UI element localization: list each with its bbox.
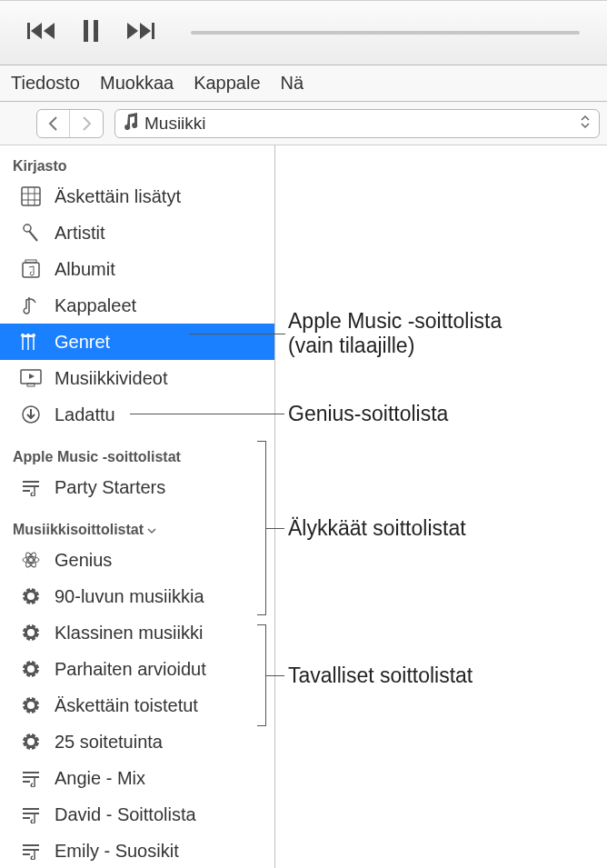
sidebar: Kirjasto Äskettäin lisätyt Artistit Albu… xyxy=(0,145,275,868)
svg-line-50 xyxy=(24,637,26,640)
svg-point-18 xyxy=(27,334,30,337)
sidebar-item-playlist-david[interactable]: David - Soittolista xyxy=(0,796,274,833)
menu-edit[interactable]: Muokkaa xyxy=(96,69,177,97)
svg-line-68 xyxy=(24,698,26,701)
svg-rect-0 xyxy=(27,23,30,39)
sidebar-item-label: 25 soitetuinta xyxy=(55,732,163,753)
svg-line-38 xyxy=(24,589,26,592)
nav-back-button[interactable] xyxy=(37,110,70,137)
next-track-button[interactable] xyxy=(127,21,154,45)
playlist-icon xyxy=(18,842,44,860)
svg-rect-7 xyxy=(152,23,154,39)
svg-line-48 xyxy=(24,625,26,628)
playlist-icon xyxy=(18,769,44,787)
playlist-icon xyxy=(18,805,44,823)
svg-rect-8 xyxy=(22,187,40,205)
nav-back-forward xyxy=(36,109,104,138)
sidebar-item-label: 90-luvun musiikkia xyxy=(55,586,204,607)
library-selector-label: Musiikki xyxy=(144,114,206,134)
bracket xyxy=(257,624,266,726)
note-icon xyxy=(123,112,139,135)
svg-line-39 xyxy=(35,601,38,604)
guitar-icon xyxy=(18,332,44,352)
sidebar-item-playlist-emily[interactable]: Emily - Suosikit xyxy=(0,833,274,868)
note-icon xyxy=(18,295,44,315)
sidebar-item-label: Party Starters xyxy=(55,477,165,498)
sidebar-item-label: Emily - Suosikit xyxy=(55,841,179,862)
svg-marker-2 xyxy=(44,23,55,39)
svg-marker-5 xyxy=(127,23,138,39)
callout-smart: Älykkäät soittolistat xyxy=(288,516,466,541)
svg-rect-4 xyxy=(94,20,98,42)
svg-line-71 xyxy=(35,698,38,701)
smart-icon xyxy=(18,659,44,679)
microphone-icon xyxy=(18,223,44,243)
sidebar-item-genius[interactable]: Genius xyxy=(0,542,274,578)
sidebar-item-label: Albumit xyxy=(55,259,115,280)
svg-line-70 xyxy=(24,710,26,713)
menu-song[interactable]: Kappale xyxy=(190,69,264,97)
section-library-title: Kirjasto xyxy=(0,151,274,178)
svg-line-40 xyxy=(24,601,26,604)
sidebar-item-smart-top25[interactable]: 25 soitetuinta xyxy=(0,723,274,760)
callout-genius: Genius-soittolista xyxy=(288,402,448,426)
smart-icon xyxy=(18,586,44,606)
smart-icon xyxy=(18,623,44,643)
callouts: Apple Music -soittolista (vain tilaajill… xyxy=(275,0,607,868)
svg-line-51 xyxy=(35,625,38,628)
sidebar-item-label: Ladattu xyxy=(55,404,115,425)
svg-point-73 xyxy=(27,738,35,745)
svg-line-79 xyxy=(35,746,38,749)
leader-line xyxy=(130,414,284,414)
svg-line-49 xyxy=(35,637,38,640)
sidebar-item-label: David - Soittolista xyxy=(55,804,196,825)
sidebar-item-albums[interactable]: Albumit xyxy=(0,251,274,287)
sidebar-item-smart-90s[interactable]: 90-luvun musiikkia xyxy=(0,578,274,614)
sidebar-item-label: Parhaiten arvioidut xyxy=(55,659,206,680)
sidebar-item-label: Genius xyxy=(55,550,112,571)
nav-forward-button[interactable] xyxy=(70,110,103,137)
sidebar-item-genres[interactable]: Genret xyxy=(0,324,274,360)
svg-point-33 xyxy=(27,593,35,600)
smart-icon xyxy=(18,695,44,715)
svg-point-53 xyxy=(27,665,35,673)
sidebar-item-playlist-angie[interactable]: Angie - Mix xyxy=(0,760,274,796)
svg-line-78 xyxy=(24,734,26,737)
section-apple-music-title: Apple Music -soittolistat xyxy=(0,442,274,469)
grid-icon xyxy=(18,186,44,206)
svg-point-43 xyxy=(27,629,35,636)
play-controls xyxy=(27,18,154,47)
svg-marker-6 xyxy=(140,23,151,39)
menu-file[interactable]: Tiedosto xyxy=(7,69,84,97)
svg-marker-1 xyxy=(31,23,42,39)
sidebar-item-artists[interactable]: Artistit xyxy=(0,215,274,251)
svg-rect-21 xyxy=(27,384,35,386)
sidebar-item-party-starters[interactable]: Party Starters xyxy=(0,469,274,505)
play-pause-button[interactable] xyxy=(82,18,100,47)
svg-line-81 xyxy=(35,734,38,737)
sidebar-item-smart-recentlyplayed[interactable]: Äskettäin toistetut xyxy=(0,687,274,723)
album-icon xyxy=(18,259,44,279)
playlist-icon xyxy=(18,478,44,496)
callout-regular: Tavalliset soittolistat xyxy=(288,663,473,688)
previous-track-button[interactable] xyxy=(27,21,55,45)
svg-point-63 xyxy=(27,702,35,709)
download-icon xyxy=(18,404,44,424)
svg-line-60 xyxy=(24,673,26,676)
video-icon xyxy=(18,369,44,387)
section-music-playlists-title[interactable]: Musiikkisoittolistat xyxy=(0,514,274,542)
callout-apple-music: Apple Music -soittolista (vain tilaajill… xyxy=(288,309,502,358)
sidebar-item-smart-classical[interactable]: Klassinen musiikki xyxy=(0,614,274,651)
leader-line xyxy=(189,334,285,334)
sidebar-item-smart-toprated[interactable]: Parhaiten arvioidut xyxy=(0,651,274,687)
svg-line-59 xyxy=(35,673,38,676)
svg-line-41 xyxy=(35,589,38,592)
sidebar-item-songs[interactable]: Kappaleet xyxy=(0,287,274,324)
sidebar-item-label: Äskettäin lisätyt xyxy=(55,186,181,207)
sidebar-item-label: Artistit xyxy=(55,223,105,244)
sidebar-item-downloaded[interactable]: Ladattu xyxy=(0,396,274,433)
sidebar-item-music-videos[interactable]: Musiikkivideot xyxy=(0,360,274,396)
svg-rect-3 xyxy=(84,20,88,42)
sidebar-item-recently-added[interactable]: Äskettäin lisätyt xyxy=(0,178,274,215)
svg-line-14 xyxy=(29,231,37,241)
